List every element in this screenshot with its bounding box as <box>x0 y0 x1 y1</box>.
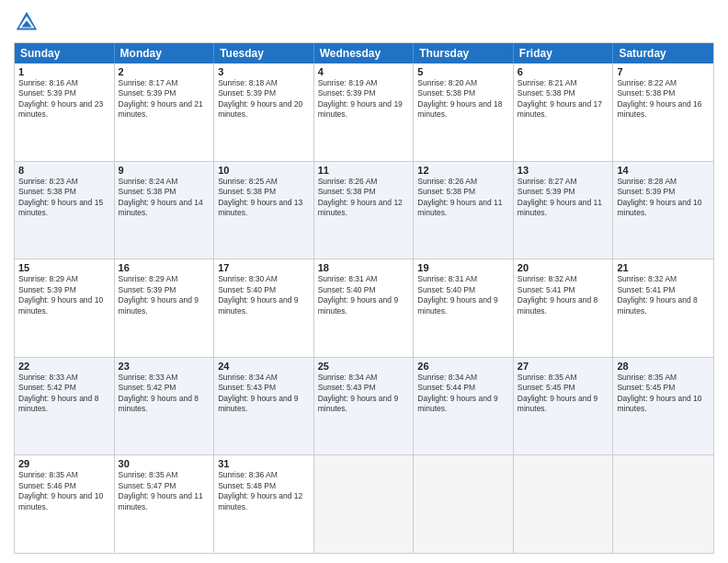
day-number: 18 <box>318 262 410 273</box>
day-header-monday: Monday <box>115 43 215 63</box>
day-cell-empty <box>514 455 614 553</box>
day-cell-27: 27Sunrise: 8:35 AMSunset: 5:45 PMDayligh… <box>514 358 614 455</box>
day-info: Sunrise: 8:27 AMSunset: 5:39 PMDaylight:… <box>518 177 609 219</box>
day-cell-28: 28Sunrise: 8:35 AMSunset: 5:45 PMDayligh… <box>613 358 713 455</box>
day-info: Sunrise: 8:33 AMSunset: 5:42 PMDaylight:… <box>119 373 210 415</box>
day-info: Sunrise: 8:35 AMSunset: 5:45 PMDaylight:… <box>617 373 710 415</box>
day-number: 11 <box>318 165 410 176</box>
day-info: Sunrise: 8:26 AMSunset: 5:38 PMDaylight:… <box>417 177 509 219</box>
day-number: 21 <box>617 262 710 273</box>
day-cell-23: 23Sunrise: 8:33 AMSunset: 5:42 PMDayligh… <box>115 358 215 455</box>
day-info: Sunrise: 8:25 AMSunset: 5:38 PMDaylight:… <box>218 177 310 219</box>
day-cell-31: 31Sunrise: 8:36 AMSunset: 5:48 PMDayligh… <box>214 455 314 553</box>
day-cell-13: 13Sunrise: 8:27 AMSunset: 5:39 PMDayligh… <box>514 162 614 259</box>
day-number: 13 <box>518 165 609 176</box>
day-info: Sunrise: 8:23 AMSunset: 5:38 PMDaylight:… <box>18 177 110 219</box>
day-number: 14 <box>617 165 710 176</box>
day-number: 31 <box>218 458 310 469</box>
day-cell-26: 26Sunrise: 8:34 AMSunset: 5:44 PMDayligh… <box>414 358 514 455</box>
day-number: 15 <box>18 262 110 273</box>
week-row-4: 22Sunrise: 8:33 AMSunset: 5:42 PMDayligh… <box>15 357 713 455</box>
day-number: 8 <box>18 165 110 176</box>
day-number: 24 <box>218 361 310 372</box>
day-info: Sunrise: 8:36 AMSunset: 5:48 PMDaylight:… <box>218 470 310 512</box>
day-info: Sunrise: 8:17 AMSunset: 5:39 PMDaylight:… <box>119 78 210 121</box>
day-cell-20: 20Sunrise: 8:32 AMSunset: 5:41 PMDayligh… <box>514 259 614 357</box>
day-info: Sunrise: 8:31 AMSunset: 5:40 PMDaylight:… <box>417 274 509 316</box>
day-info: Sunrise: 8:28 AMSunset: 5:39 PMDaylight:… <box>617 177 710 219</box>
day-cell-17: 17Sunrise: 8:30 AMSunset: 5:40 PMDayligh… <box>214 259 314 357</box>
day-cell-25: 25Sunrise: 8:34 AMSunset: 5:43 PMDayligh… <box>314 358 415 455</box>
day-info: Sunrise: 8:34 AMSunset: 5:43 PMDaylight:… <box>318 373 410 415</box>
day-number: 29 <box>18 458 110 469</box>
day-number: 12 <box>417 165 509 176</box>
logo-icon <box>14 9 40 35</box>
day-info: Sunrise: 8:22 AMSunset: 5:38 PMDaylight:… <box>617 78 710 121</box>
day-cell-5: 5Sunrise: 8:20 AMSunset: 5:38 PMDaylight… <box>414 63 514 161</box>
day-info: Sunrise: 8:20 AMSunset: 5:38 PMDaylight:… <box>417 78 509 121</box>
day-number: 16 <box>119 262 210 273</box>
day-info: Sunrise: 8:18 AMSunset: 5:39 PMDaylight:… <box>218 78 310 121</box>
logo <box>14 9 43 35</box>
day-cell-7: 7Sunrise: 8:22 AMSunset: 5:38 PMDaylight… <box>613 63 713 161</box>
header <box>14 9 714 35</box>
day-cell-21: 21Sunrise: 8:32 AMSunset: 5:41 PMDayligh… <box>613 259 713 357</box>
day-number: 6 <box>518 66 609 77</box>
calendar-page: SundayMondayTuesdayWednesdayThursdayFrid… <box>0 0 728 563</box>
day-number: 7 <box>617 66 710 77</box>
calendar-body: 1Sunrise: 8:16 AMSunset: 5:39 PMDaylight… <box>15 63 713 553</box>
week-row-1: 1Sunrise: 8:16 AMSunset: 5:39 PMDaylight… <box>15 63 713 161</box>
day-header-saturday: Saturday <box>613 43 713 63</box>
day-header-tuesday: Tuesday <box>214 43 314 63</box>
day-info: Sunrise: 8:34 AMSunset: 5:44 PMDaylight:… <box>417 373 509 415</box>
day-number: 19 <box>417 262 509 273</box>
day-number: 22 <box>18 361 110 372</box>
week-row-5: 29Sunrise: 8:35 AMSunset: 5:46 PMDayligh… <box>15 454 713 553</box>
day-number: 9 <box>119 165 210 176</box>
day-header-wednesday: Wednesday <box>314 43 415 63</box>
day-cell-8: 8Sunrise: 8:23 AMSunset: 5:38 PMDaylight… <box>15 162 115 259</box>
day-cell-16: 16Sunrise: 8:29 AMSunset: 5:39 PMDayligh… <box>115 259 215 357</box>
day-header-friday: Friday <box>514 43 614 63</box>
day-number: 26 <box>417 361 509 372</box>
day-info: Sunrise: 8:24 AMSunset: 5:38 PMDaylight:… <box>119 177 210 219</box>
day-info: Sunrise: 8:32 AMSunset: 5:41 PMDaylight:… <box>617 274 710 316</box>
day-headers-row: SundayMondayTuesdayWednesdayThursdayFrid… <box>15 43 713 63</box>
day-number: 28 <box>617 361 710 372</box>
day-cell-2: 2Sunrise: 8:17 AMSunset: 5:39 PMDaylight… <box>115 63 215 161</box>
day-header-sunday: Sunday <box>15 43 115 63</box>
day-cell-19: 19Sunrise: 8:31 AMSunset: 5:40 PMDayligh… <box>414 259 514 357</box>
day-cell-29: 29Sunrise: 8:35 AMSunset: 5:46 PMDayligh… <box>15 455 115 553</box>
day-header-thursday: Thursday <box>414 43 514 63</box>
day-number: 27 <box>518 361 609 372</box>
day-info: Sunrise: 8:35 AMSunset: 5:45 PMDaylight:… <box>518 373 609 415</box>
day-cell-4: 4Sunrise: 8:19 AMSunset: 5:39 PMDaylight… <box>314 63 415 161</box>
day-info: Sunrise: 8:32 AMSunset: 5:41 PMDaylight:… <box>518 274 609 316</box>
day-number: 20 <box>518 262 609 273</box>
day-info: Sunrise: 8:31 AMSunset: 5:40 PMDaylight:… <box>318 274 410 316</box>
day-number: 10 <box>218 165 310 176</box>
day-cell-30: 30Sunrise: 8:35 AMSunset: 5:47 PMDayligh… <box>115 455 215 553</box>
day-number: 3 <box>218 66 310 77</box>
week-row-3: 15Sunrise: 8:29 AMSunset: 5:39 PMDayligh… <box>15 259 713 357</box>
day-number: 4 <box>318 66 410 77</box>
day-info: Sunrise: 8:33 AMSunset: 5:42 PMDaylight:… <box>18 373 110 415</box>
day-cell-22: 22Sunrise: 8:33 AMSunset: 5:42 PMDayligh… <box>15 358 115 455</box>
day-cell-24: 24Sunrise: 8:34 AMSunset: 5:43 PMDayligh… <box>214 358 314 455</box>
day-cell-18: 18Sunrise: 8:31 AMSunset: 5:40 PMDayligh… <box>314 259 415 357</box>
day-cell-9: 9Sunrise: 8:24 AMSunset: 5:38 PMDaylight… <box>115 162 215 259</box>
day-info: Sunrise: 8:29 AMSunset: 5:39 PMDaylight:… <box>119 274 210 316</box>
day-cell-11: 11Sunrise: 8:26 AMSunset: 5:38 PMDayligh… <box>314 162 415 259</box>
day-info: Sunrise: 8:26 AMSunset: 5:38 PMDaylight:… <box>318 177 410 219</box>
day-number: 5 <box>417 66 509 77</box>
day-cell-empty <box>613 455 713 553</box>
day-cell-empty <box>314 455 415 553</box>
day-info: Sunrise: 8:29 AMSunset: 5:39 PMDaylight:… <box>18 274 110 316</box>
day-cell-empty <box>414 455 514 553</box>
day-number: 17 <box>218 262 310 273</box>
day-info: Sunrise: 8:35 AMSunset: 5:46 PMDaylight:… <box>18 470 110 512</box>
day-cell-15: 15Sunrise: 8:29 AMSunset: 5:39 PMDayligh… <box>15 259 115 357</box>
day-cell-12: 12Sunrise: 8:26 AMSunset: 5:38 PMDayligh… <box>414 162 514 259</box>
day-info: Sunrise: 8:30 AMSunset: 5:40 PMDaylight:… <box>218 274 310 316</box>
day-cell-14: 14Sunrise: 8:28 AMSunset: 5:39 PMDayligh… <box>613 162 713 259</box>
